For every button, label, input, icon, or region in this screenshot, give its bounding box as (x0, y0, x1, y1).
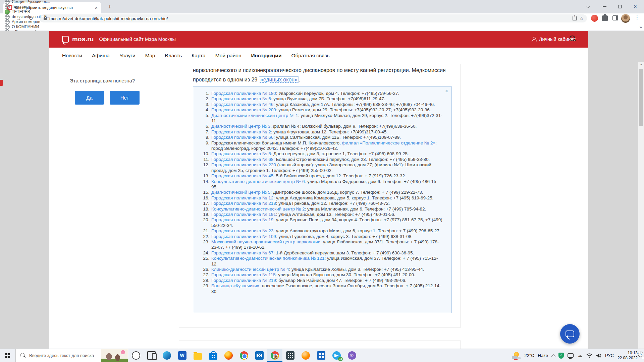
clinic-link[interactable]: Городская поликлиника № 219 (211, 278, 276, 283)
survey-no-button[interactable]: Нет (110, 91, 140, 105)
firefox-icon[interactable] (221, 349, 236, 362)
clinic-link[interactable]: Консультативно-диагностическая поликлини… (211, 256, 324, 261)
side-panel-icon[interactable] (612, 15, 618, 20)
survey-yes-button[interactable]: Да (75, 91, 104, 105)
browser-menu-icon[interactable]: ⋮ (635, 14, 640, 20)
bookmark-item[interactable]: О КОМПАНИИ (5, 24, 50, 29)
bookmark-item[interactable]: Техосмотр (5, 4, 50, 9)
tray-clock[interactable]: 10:13 22.08.2022 (618, 351, 638, 361)
wifi-icon[interactable] (586, 353, 592, 358)
clinic-link[interactable]: Городская поликлиника № 115 (211, 272, 276, 277)
word-icon[interactable]: W (174, 349, 190, 362)
clinic-link[interactable]: Городская поликлиника № 191 (211, 212, 276, 217)
clinic-link[interactable]: Городская поликлиника № 67 (211, 250, 273, 255)
personal-account-link[interactable]: Личный кабинет (532, 37, 576, 42)
scrollbar-thumb[interactable] (639, 69, 643, 126)
bookmark-item[interactable]: Архив номеров (5, 19, 50, 24)
clinic-link[interactable]: Городская поликлиника № 46 (211, 102, 273, 107)
nav-item-afisha[interactable]: Афиша (92, 53, 110, 59)
nav-item-authority[interactable]: Власть (165, 53, 182, 59)
clinic-link[interactable]: Диагностический клинический центр № 1 (211, 113, 298, 118)
clinic-link[interactable]: Городская поликлиника № 23 (211, 228, 273, 233)
nav-item-news[interactable]: Новости (62, 53, 82, 59)
window-minimize-button[interactable] (597, 0, 612, 13)
file-explorer-icon[interactable] (190, 349, 205, 362)
nav-item-instructions[interactable]: Инструкции (251, 53, 281, 59)
weather-icon[interactable] (512, 352, 521, 360)
clinic-link[interactable]: Диагностический центр № 5 (211, 190, 270, 195)
clinic-link[interactable]: Городская поликлиника № 66 (211, 135, 273, 140)
mail-icon[interactable] (252, 349, 267, 362)
extensions-puzzle-icon[interactable] (602, 15, 608, 21)
task-view-icon[interactable] (144, 349, 159, 362)
url-text[interactable]: mos.ru/otvet-dokumenti/kak-poluchit-meds… (49, 16, 570, 21)
security-shield-icon[interactable]: ✓ (558, 353, 564, 359)
calculator-icon[interactable] (282, 349, 298, 362)
search-daily-image[interactable] (101, 349, 128, 362)
profile-avatar[interactable] (621, 14, 630, 23)
tab-close-icon[interactable]: × (94, 5, 99, 10)
infobox-close-icon[interactable]: × (445, 88, 448, 94)
window-maximize-button[interactable] (612, 0, 627, 13)
chrome-active-icon[interactable] (267, 349, 282, 362)
display-cast-icon[interactable] (568, 353, 574, 358)
viber-icon[interactable]: ✆ (344, 349, 360, 362)
extension-red-icon[interactable] (591, 15, 598, 22)
chat-widget-button[interactable] (560, 324, 580, 344)
window-close-button[interactable]: × (628, 0, 643, 13)
cortana-icon[interactable] (128, 349, 144, 362)
clinic-link[interactable]: Городская поликлиника № 220 (211, 162, 276, 167)
bookmark-star-icon[interactable]: ☆ (579, 16, 584, 21)
app-grid-icon[interactable] (313, 349, 329, 362)
nav-item-services[interactable]: Услуги (119, 53, 136, 59)
clinic-link[interactable]: Городская поликлиника № 68 (211, 157, 273, 162)
mosru-logo-text[interactable]: mos.ru (72, 36, 94, 43)
bookmark-item[interactable]: ТЕТЕРЕВ (5, 9, 50, 14)
messenger-icon[interactable]: 24 (329, 349, 344, 362)
clinic-link[interactable]: Городская поликлиника № 5 (211, 151, 271, 156)
clinic-link[interactable]: Консультативно-диагностический центр № 6 (211, 179, 305, 184)
new-tab-button[interactable]: + (105, 3, 114, 12)
chrome-secondary-icon[interactable] (236, 349, 252, 362)
clinic-link[interactable]: Городская поликлиника № 6 (211, 96, 271, 101)
bookmark-item[interactable]: dressirovka.co.il - Б... (5, 14, 50, 19)
nav-item-mayor[interactable]: Мэр (145, 53, 155, 59)
share-icon[interactable] (573, 16, 577, 20)
clinic-link[interactable]: Городская поликлиника № 209 (211, 107, 276, 112)
clinic-link[interactable]: Больница «Кузнечики» (211, 283, 259, 288)
nav-item-district[interactable]: Мой район (215, 53, 241, 59)
clinic-link[interactable]: Городская поликлиника № 180 (211, 91, 276, 96)
clinic-link[interactable]: Клинико-диагностический центр № 4 (211, 267, 289, 272)
start-button[interactable] (0, 349, 15, 362)
bookmark-item[interactable]: Секция Русский ох... (5, 0, 50, 4)
tray-expand-icon[interactable] (551, 354, 555, 359)
address-bar[interactable]: mos.ru/otvet-dokumenti/kak-poluchit-meds… (40, 14, 587, 22)
taskbar-search-box[interactable]: Введите здесь текст для поиска (15, 349, 128, 362)
clinic-link[interactable]: Городская поликлиника № 218 (211, 201, 276, 206)
clinic-link[interactable]: Городская поликлиника № 109 (211, 234, 276, 239)
bookmarks-overflow-icon[interactable]: » (640, 24, 642, 29)
site-search-icon[interactable] (570, 36, 576, 42)
weather-temp[interactable]: 22°C (524, 353, 534, 358)
clinic-link[interactable]: филиал «Поликлиническое отделение № 2» (342, 140, 435, 145)
scroll-up-icon[interactable]: ▲ (638, 62, 644, 67)
onedrive-cloud-icon[interactable]: ☁ (577, 353, 583, 358)
edinye-okna-link[interactable]: «единых окон» (259, 76, 299, 83)
nav-item-feedback[interactable]: Обратная связь (291, 53, 329, 59)
weather-condition[interactable]: Haze (538, 353, 548, 358)
tab-search-button[interactable] (581, 0, 596, 13)
clinic-link[interactable]: Городская поликлиника № 12 (211, 195, 273, 200)
clinic-link[interactable]: Городская поликлиника № 19 (211, 217, 273, 222)
page-scrollbar[interactable]: ▲ ▼ (638, 62, 644, 349)
clinic-link[interactable]: Городская поликлиника № 45 (211, 173, 273, 178)
keyboard-language[interactable]: РУС (605, 353, 614, 358)
volume-icon[interactable] (596, 353, 601, 358)
store-icon[interactable] (205, 349, 221, 362)
clinic-link[interactable]: Диагностический центр № 3 (211, 124, 270, 129)
clinic-link[interactable]: Консультативно-диагностический центр № 2 (211, 206, 305, 212)
clinic-link[interactable]: Городская поликлиника № 2 (211, 129, 271, 134)
nav-item-map[interactable]: Карта (192, 53, 205, 59)
browser-orange-icon[interactable] (298, 349, 313, 362)
edge-icon[interactable] (159, 349, 174, 362)
clinic-link[interactable]: Московский научно-практический центр нар… (211, 239, 320, 244)
